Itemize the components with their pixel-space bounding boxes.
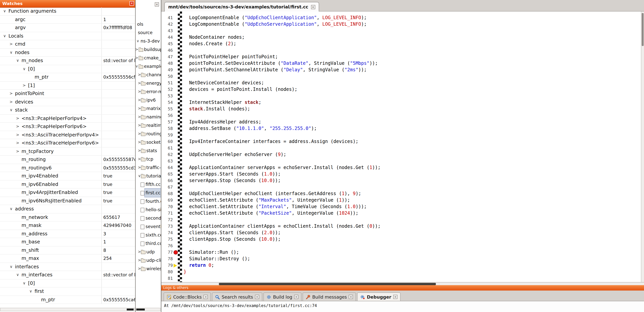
collapse-icon[interactable]: ∨	[2, 32, 7, 40]
expand-icon[interactable]: >	[15, 131, 20, 139]
line-number[interactable]: 46	[161, 47, 173, 54]
watch-row[interactable]: m_shift8	[0, 246, 135, 255]
code-line[interactable]: 59	[161, 132, 641, 138]
code-line[interactable]: 78 Simulator::Destroy ();	[161, 256, 641, 262]
line-number[interactable]: 68	[161, 190, 173, 197]
line-number[interactable]: 79	[161, 262, 173, 269]
code-line[interactable]: 79 return 0;	[161, 262, 641, 269]
tree-item-sixth-cc[interactable]: sixth.cc	[136, 231, 161, 239]
tree-item-energy[interactable]: >energy	[136, 79, 161, 87]
watch-row[interactable]: m_base1	[0, 238, 135, 246]
code-line[interactable]: 71 echoClient.SetAttribute ("PacketSize"…	[161, 210, 641, 217]
collapse-icon[interactable]: ∨	[28, 288, 34, 295]
line-number[interactable]: 81	[161, 275, 173, 282]
watch-row[interactable]: ><ns3::PcapHelperForIpv6>	[0, 123, 135, 131]
watch-row[interactable]: ∨[0]	[0, 279, 135, 288]
code-line[interactable]: 44 NodeContainer nodes;	[161, 34, 641, 41]
watch-row[interactable]: >devices	[0, 98, 135, 106]
watch-row[interactable]: ∨[0]	[0, 65, 135, 73]
collapse-icon[interactable]: ∨	[8, 106, 14, 114]
watch-row[interactable]: m_ipv4Enabledtrue	[0, 172, 135, 180]
tree-item-wireless[interactable]: >wireless	[136, 265, 161, 273]
watch-row[interactable]: ∨interfaces	[0, 263, 135, 271]
watch-row[interactable]: ∨address	[0, 205, 135, 213]
code-line[interactable]: 81	[161, 275, 641, 282]
editor-hscrollbar[interactable]	[161, 282, 644, 285]
code-line[interactable]: 42 LogComponentEnable ("UdpEchoServerApp…	[161, 21, 641, 28]
line-number[interactable]: 78	[161, 256, 173, 262]
code-line[interactable]: 74 clientApps.Start (Seconds (2.0));	[161, 230, 641, 236]
line-number[interactable]: 73	[161, 223, 173, 230]
watch-row[interactable]: m_ptr0x55555556cf20	[0, 73, 135, 81]
tree-item-error-model[interactable]: >error-model	[136, 87, 161, 96]
watch-row[interactable]: ∨stack	[0, 106, 135, 114]
code-line[interactable]: 68 UdpEchoClientHelper echoClient (inter…	[161, 190, 641, 197]
code-line[interactable]: 63	[161, 158, 641, 164]
line-number[interactable]: 45	[161, 41, 173, 47]
watch-row[interactable]: m_address3	[0, 230, 135, 238]
watch-row[interactable]: argv0x7fffffffdf08	[0, 24, 135, 32]
watch-row[interactable]: m_routingv60x5555555cd3c0	[0, 164, 135, 172]
line-number[interactable]: 61	[161, 145, 173, 152]
watch-row[interactable]: ∨nodes	[0, 48, 135, 57]
tree-item-third-cc[interactable]: third.cc	[136, 239, 161, 248]
collapse-icon[interactable]: ∨	[22, 65, 27, 73]
line-number[interactable]: 69	[161, 197, 173, 203]
watch-row[interactable]: >[1]	[0, 81, 135, 90]
expand-icon[interactable]: >	[8, 98, 14, 106]
tree-item-socket[interactable]: >socket	[136, 138, 161, 147]
line-number[interactable]: 50	[161, 73, 173, 80]
watch-row[interactable]: m_ipv6NsRsJitterEnabledtrue	[0, 197, 135, 205]
tab-close-button[interactable]: ×	[204, 295, 208, 299]
line-number[interactable]: 51	[161, 80, 173, 86]
watches-titlebar[interactable]: Watches ×	[0, 0, 135, 8]
watch-row[interactable]: >m_tcpFactory	[0, 147, 135, 156]
tree-item-realtime[interactable]: >realtime	[136, 121, 161, 130]
tree-item-fourth-cc[interactable]: fourth.cc	[136, 197, 161, 205]
line-number[interactable]: 48	[161, 60, 173, 67]
collapse-icon[interactable]: ∨	[136, 37, 140, 45]
line-number[interactable]: 52	[161, 86, 173, 93]
line-number[interactable]: 72	[161, 217, 173, 223]
editor-vscrollbar[interactable]	[641, 11, 644, 282]
line-number[interactable]: 59	[161, 132, 173, 138]
line-number[interactable]: 67	[161, 184, 173, 190]
code-line[interactable]: 70 echoClient.SetAttribute ("Interval", …	[161, 203, 641, 210]
tree-item-udp[interactable]: >udp	[136, 248, 161, 256]
collapse-icon[interactable]: ∨	[2, 7, 7, 15]
code-line[interactable]: 48 pointToPoint.SetDeviceAttribute ("Dat…	[161, 60, 641, 67]
tree-item-traffic-contro[interactable]: >traffic-contro	[136, 163, 161, 172]
collapse-icon[interactable]: ∨	[22, 279, 27, 287]
logs-titlebar[interactable]: Logs & others	[161, 285, 644, 291]
tree-item-examples[interactable]: ∨examples	[136, 62, 161, 71]
line-number[interactable]: 75	[161, 236, 173, 243]
code-line[interactable]: 50	[161, 73, 641, 80]
watch-row[interactable]: m_ipv4ArpJitterEnabledtrue	[0, 189, 135, 197]
code-line[interactable]: 61	[161, 145, 641, 152]
collapse-icon[interactable]: ∨	[8, 263, 14, 271]
watches-hscrollbar[interactable]	[0, 308, 135, 311]
tree-item-channel-mod[interactable]: >channel-mod	[136, 71, 161, 79]
code-line[interactable]: 45 nodes.Create (2);	[161, 41, 641, 47]
tab-build-messages[interactable]: Build messages×	[302, 293, 356, 301]
tab-close-button[interactable]: ×	[349, 295, 353, 299]
code-line[interactable]: 57 Ipv4AddressHelper address;	[161, 119, 641, 125]
tab-close-button[interactable]: ×	[255, 295, 259, 299]
tree-item-buildsupport[interactable]: >buildsupport	[136, 45, 161, 54]
expand-icon[interactable]: >	[15, 114, 20, 122]
line-number[interactable]: 57	[161, 119, 173, 125]
watch-row[interactable]: m_routing0x555555587c50	[0, 156, 135, 164]
tree-item-source[interactable]: source	[136, 28, 161, 37]
line-number[interactable]: 80	[161, 269, 173, 275]
watch-row[interactable]: ∨Function arguments	[0, 7, 135, 15]
watch-row[interactable]: m_max254	[0, 255, 135, 263]
code-line[interactable]: 76	[161, 243, 641, 249]
tree-item-tutorial[interactable]: ∨tutorial	[136, 172, 161, 180]
code-area[interactable]: 41 LogComponentEnable ("UdpEchoClientApp…	[161, 11, 644, 282]
line-number[interactable]: 64	[161, 164, 173, 171]
code-line[interactable]: 77 Simulator::Run ();	[161, 249, 641, 256]
line-number[interactable]: 41	[161, 14, 173, 21]
watches-hscrollbar-thumb[interactable]	[127, 309, 134, 311]
watch-row[interactable]: m_network655617	[0, 213, 135, 222]
watch-row[interactable]: >pointToPoint	[0, 90, 135, 98]
